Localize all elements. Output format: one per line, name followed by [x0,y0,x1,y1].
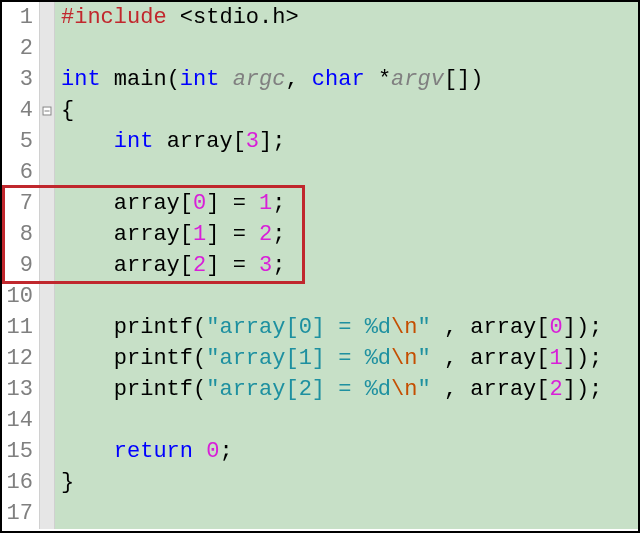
code-content[interactable] [55,281,638,312]
code-token: 0 [206,439,219,464]
code-token: int [114,129,154,154]
code-token: [ [180,253,193,278]
fold-column [40,219,55,250]
fold-column [40,498,55,529]
code-content[interactable]: printf("array[0] = %d\n" , array[0]); [55,312,638,343]
code-line[interactable]: 6 [2,157,638,188]
code-token: main [114,67,167,92]
code-token: " [417,315,430,340]
code-line[interactable]: 14 [2,405,638,436]
line-number: 9 [2,250,40,281]
code-line[interactable]: 15 return 0; [2,436,638,467]
code-line[interactable]: 9 array[2] = 3; [2,250,638,281]
code-content[interactable] [55,157,638,188]
code-token [61,346,114,371]
code-content[interactable]: printf("array[2] = %d\n" , array[2]); [55,374,638,405]
code-token: int [61,67,101,92]
line-number: 8 [2,219,40,250]
line-number: 6 [2,157,40,188]
fold-column [40,343,55,374]
code-line[interactable]: 17 [2,498,638,529]
fold-column [40,2,55,33]
code-token: ] = [206,222,259,247]
fold-column [40,95,55,126]
code-token: ( [193,315,206,340]
fold-column [40,374,55,405]
code-line[interactable]: 7 array[0] = 1; [2,188,638,219]
code-line[interactable]: 2 [2,33,638,64]
code-token [431,315,444,340]
code-token: [ [180,222,193,247]
code-token: "array[0] = %d [206,315,391,340]
fold-column [40,33,55,64]
code-line[interactable]: 4{ [2,95,638,126]
code-token: char [312,67,365,92]
code-token: ; [272,191,285,216]
code-content[interactable]: #include <stdio.h> [55,2,638,33]
fold-toggle-icon[interactable] [43,106,52,115]
code-editor[interactable]: 1#include <stdio.h>23int main(int argc, … [0,0,640,533]
code-token: array [167,129,233,154]
code-token: ( [167,67,180,92]
code-line[interactable]: 12 printf("array[1] = %d\n" , array[1]); [2,343,638,374]
code-token [61,129,114,154]
line-number: 10 [2,281,40,312]
code-token: array [470,377,536,402]
code-token: ]); [563,377,603,402]
fold-column [40,436,55,467]
code-token: #include [61,5,167,30]
code-content[interactable] [55,405,638,436]
line-number: 7 [2,188,40,219]
code-token: array [114,191,180,216]
line-number: 14 [2,405,40,436]
code-content[interactable]: array[1] = 2; [55,219,638,250]
code-line[interactable]: 3int main(int argc, char *argv[]) [2,64,638,95]
code-content[interactable]: { [55,95,638,126]
fold-column [40,157,55,188]
line-number: 11 [2,312,40,343]
code-line[interactable]: 10 [2,281,638,312]
line-number: 16 [2,467,40,498]
line-number: 5 [2,126,40,157]
code-token: return [114,439,193,464]
code-token: 1 [193,222,206,247]
code-line[interactable]: 8 array[1] = 2; [2,219,638,250]
code-token [61,377,114,402]
code-token: ( [193,346,206,371]
code-token: { [61,98,74,123]
code-token [219,67,232,92]
code-content[interactable]: int main(int argc, char *argv[]) [55,64,638,95]
code-token: 3 [259,253,272,278]
line-number: 3 [2,64,40,95]
code-line[interactable]: 13 printf("array[2] = %d\n" , array[2]); [2,374,638,405]
code-token: , [444,315,470,340]
code-token: " [417,377,430,402]
code-line[interactable]: 11 printf("array[0] = %d\n" , array[0]); [2,312,638,343]
code-token: [ [536,346,549,371]
code-line[interactable]: 5 int array[3]; [2,126,638,157]
code-content[interactable]: printf("array[1] = %d\n" , array[1]); [55,343,638,374]
line-number: 13 [2,374,40,405]
fold-column [40,188,55,219]
code-line[interactable]: 16} [2,467,638,498]
code-content[interactable]: int array[3]; [55,126,638,157]
code-token: array [114,222,180,247]
code-content[interactable]: array[2] = 3; [55,250,638,281]
code-content[interactable]: } [55,467,638,498]
code-token: , [444,377,470,402]
line-number: 17 [2,498,40,529]
code-content[interactable]: return 0; [55,436,638,467]
code-token: argv [391,67,444,92]
code-content[interactable] [55,33,638,64]
code-token: , [444,346,470,371]
code-content[interactable] [55,498,638,529]
code-token: <stdio.h> [180,5,299,30]
code-line[interactable]: 1#include <stdio.h> [2,2,638,33]
code-token: int [180,67,220,92]
code-content[interactable]: array[0] = 1; [55,188,638,219]
code-token: [ [233,129,246,154]
code-token: 1 [259,191,272,216]
fold-column [40,281,55,312]
code-token: ]; [259,129,285,154]
code-token: array [470,346,536,371]
